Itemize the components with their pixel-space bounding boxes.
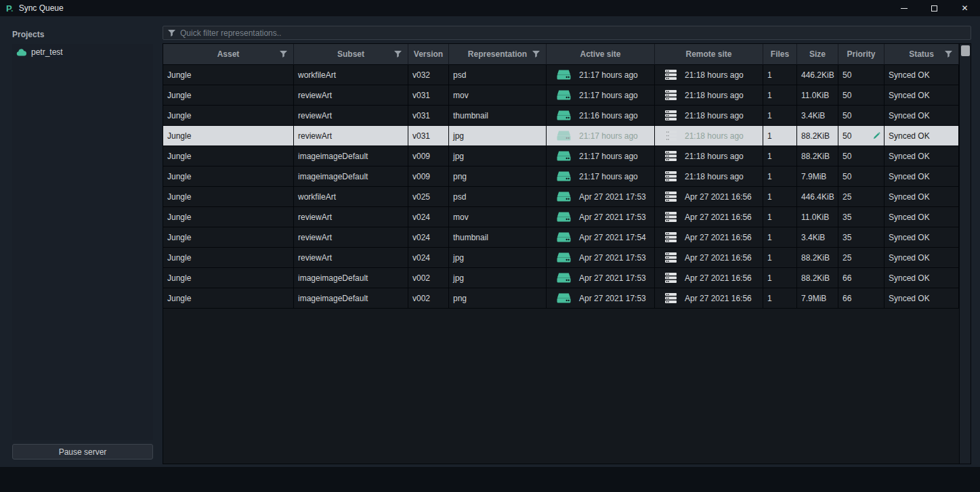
cell-version: v031 bbox=[408, 126, 449, 146]
table-row[interactable]: JungleworkfileArtv025psdApr 27 2021 17:5… bbox=[163, 187, 959, 207]
cell-remote_site: Apr 27 2021 16:56 bbox=[655, 248, 763, 268]
active-site-drive-icon bbox=[557, 110, 571, 120]
column-header-priority[interactable]: Priority bbox=[838, 44, 885, 65]
site-timestamp: 21:18 hours ago bbox=[685, 91, 744, 100]
cell-subset: reviewArt bbox=[294, 207, 408, 227]
cell-size: 3.4KiB bbox=[797, 106, 838, 126]
cell-files: 1 bbox=[763, 106, 797, 126]
project-list: petr_test bbox=[12, 44, 153, 440]
cell-asset: Jungle bbox=[163, 227, 294, 248]
table-row[interactable]: JungleimageimageDefaultv002pngApr 27 202… bbox=[163, 288, 959, 309]
site-timestamp: 21:18 hours ago bbox=[685, 111, 744, 120]
priority-value: 50 bbox=[843, 131, 851, 141]
minimize-icon bbox=[901, 8, 908, 9]
table-row[interactable]: JungleimageimageDefaultv009png21:17 hour… bbox=[163, 166, 959, 187]
cell-files: 1 bbox=[763, 248, 797, 268]
column-filter-icon[interactable] bbox=[394, 51, 402, 58]
maximize-icon bbox=[931, 5, 937, 12]
active-site-drive-icon bbox=[557, 171, 571, 181]
cell-representation: thumbnail bbox=[449, 106, 547, 126]
site-timestamp: 21:18 hours ago bbox=[685, 152, 744, 161]
column-header-representation[interactable]: Representation bbox=[449, 44, 547, 65]
window-title: Sync Queue bbox=[19, 3, 64, 13]
cell-status: Synced OK bbox=[885, 85, 959, 106]
cell-representation: jpg bbox=[449, 126, 547, 146]
cell-representation: psd bbox=[449, 65, 547, 85]
cell-active_site: Apr 27 2021 17:54 bbox=[547, 227, 655, 248]
column-filter-icon[interactable] bbox=[532, 51, 540, 58]
cell-asset: Jungle bbox=[163, 288, 294, 309]
table-row[interactable]: JungleworkfileArtv032psd21:17 hours ago2… bbox=[163, 65, 959, 85]
cell-priority: 50 bbox=[838, 146, 885, 166]
site-timestamp: Apr 27 2021 16:56 bbox=[685, 192, 752, 202]
column-header-active_site[interactable]: Active site bbox=[547, 44, 655, 65]
table-row[interactable]: JunglereviewArtv031mov21:17 hours ago21:… bbox=[163, 85, 959, 106]
close-button[interactable]: ✕ bbox=[950, 0, 980, 16]
cell-subset: workfileArt bbox=[294, 187, 408, 207]
cell-remote_site: Apr 27 2021 16:56 bbox=[655, 288, 763, 309]
table-row[interactable]: JungleimageimageDefaultv009jpg21:17 hour… bbox=[163, 146, 959, 166]
remote-site-server-icon bbox=[665, 70, 677, 80]
column-label: Asset bbox=[217, 49, 240, 59]
cell-representation: png bbox=[449, 166, 547, 187]
column-header-files[interactable]: Files bbox=[763, 44, 797, 65]
maximize-button[interactable] bbox=[919, 0, 950, 16]
site-timestamp: 21:18 hours ago bbox=[685, 172, 744, 181]
cell-subset: reviewArt bbox=[294, 126, 408, 146]
cell-size: 446.2KiB bbox=[797, 65, 838, 85]
cell-asset: Jungle bbox=[163, 248, 294, 268]
cell-remote_site: 21:18 hours ago bbox=[655, 166, 763, 187]
scrollbar-thumb[interactable] bbox=[961, 45, 970, 56]
table-header: AssetSubsetVersionRepresentationActive s… bbox=[163, 44, 959, 65]
cell-active_site: 21:17 hours ago bbox=[547, 146, 655, 166]
cell-status: Synced OK bbox=[885, 248, 959, 268]
column-header-size[interactable]: Size bbox=[797, 44, 838, 65]
table-row[interactable]: JunglereviewArtv024thumbnailApr 27 2021 … bbox=[163, 227, 959, 248]
cell-status: Synced OK bbox=[885, 288, 959, 309]
cell-representation: jpg bbox=[449, 268, 547, 288]
pause-server-button[interactable]: Pause server bbox=[12, 444, 153, 460]
table-row[interactable]: JungleimageimageDefaultv002jpgApr 27 202… bbox=[163, 268, 959, 288]
app-logo-icon: P. bbox=[6, 4, 14, 13]
cell-files: 1 bbox=[763, 268, 797, 288]
minimize-button[interactable] bbox=[889, 0, 919, 16]
column-label: Size bbox=[809, 49, 826, 59]
cell-subset: imageimageDefault bbox=[294, 288, 408, 309]
table-row[interactable]: JunglereviewArtv024jpgApr 27 2021 17:53A… bbox=[163, 248, 959, 268]
cell-priority: 35 bbox=[838, 227, 885, 248]
quick-filter bbox=[163, 26, 971, 40]
column-header-version[interactable]: Version bbox=[408, 44, 449, 65]
cell-size: 446.4KiB bbox=[797, 187, 838, 207]
column-filter-icon[interactable] bbox=[280, 51, 287, 58]
project-item[interactable]: petr_test bbox=[12, 44, 153, 60]
table-row[interactable]: JunglereviewArtv031jpg21:17 hours ago21:… bbox=[163, 126, 959, 146]
cell-version: v024 bbox=[408, 207, 449, 227]
cell-files: 1 bbox=[763, 288, 797, 309]
cell-files: 1 bbox=[763, 187, 797, 207]
site-timestamp: 21:18 hours ago bbox=[685, 131, 744, 141]
cell-files: 1 bbox=[763, 227, 797, 248]
column-header-status[interactable]: Status bbox=[885, 44, 959, 65]
cell-remote_site: 21:18 hours ago bbox=[655, 126, 763, 146]
column-header-asset[interactable]: Asset bbox=[163, 44, 294, 65]
cell-active_site: Apr 27 2021 17:53 bbox=[547, 268, 655, 288]
column-header-remote_site[interactable]: Remote site bbox=[655, 44, 763, 65]
cell-asset: Jungle bbox=[163, 207, 294, 227]
cell-version: v002 bbox=[408, 268, 449, 288]
edit-priority-icon[interactable] bbox=[873, 132, 880, 139]
cell-asset: Jungle bbox=[163, 166, 294, 187]
quick-filter-input[interactable] bbox=[180, 28, 966, 38]
cell-asset: Jungle bbox=[163, 106, 294, 126]
column-header-subset[interactable]: Subset bbox=[294, 44, 408, 65]
table-row[interactable]: JunglereviewArtv031thumbnail21:16 hours … bbox=[163, 106, 959, 126]
cell-active_site: 21:17 hours ago bbox=[547, 166, 655, 187]
cell-version: v031 bbox=[408, 85, 449, 106]
site-timestamp: Apr 27 2021 17:54 bbox=[579, 233, 646, 242]
table-row[interactable]: JunglereviewArtv024movApr 27 2021 17:53A… bbox=[163, 207, 959, 227]
cell-priority: 50 bbox=[838, 85, 885, 106]
vertical-scrollbar[interactable] bbox=[959, 44, 971, 464]
cell-subset: imageimageDefault bbox=[294, 146, 408, 166]
cell-files: 1 bbox=[763, 146, 797, 166]
column-filter-icon[interactable] bbox=[945, 51, 952, 58]
active-site-drive-icon bbox=[557, 131, 571, 141]
